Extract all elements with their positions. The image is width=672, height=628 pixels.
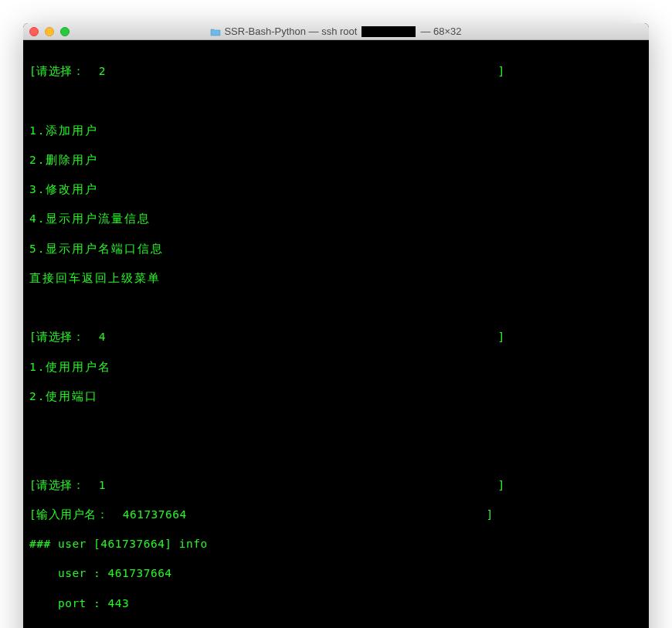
prompt-line: [请选择： 4 ] (29, 330, 643, 345)
title-text-prefix: SSR-Bash-Python — ssh root (224, 25, 357, 37)
terminal-content[interactable]: [请选择： 2 ] 1.添加用户 2.删除用户 3.修改用户 4.显示用户流量信… (23, 40, 649, 628)
menu-item: 4.显示用户流量信息 (29, 212, 643, 226)
menu-item: 1.添加用户 (29, 124, 643, 138)
info-line: user : 461737664 (29, 566, 643, 581)
blank-line (29, 419, 643, 433)
prompt-line: [请选择： 1 ] (29, 478, 643, 493)
input-line: [输入用户名： 461737664 ] (29, 507, 643, 522)
terminal-window: SSR-Bash-Python — ssh root — 68×32 [请选择：… (23, 23, 649, 628)
prompt-line: [请选择： 2 ] (29, 64, 643, 79)
info-header: ### user [461737664] info (29, 537, 643, 552)
menu-item: 直接回车返回上级菜单 (29, 271, 643, 286)
blank-line (29, 448, 643, 463)
menu-item: 1.使用用户名 (29, 360, 643, 375)
window-title: SSR-Bash-Python — ssh root — 68×32 (23, 25, 649, 37)
menu-item: 5.显示用户名端口信息 (29, 242, 643, 256)
redacted-host (361, 26, 416, 37)
menu-item: 2.使用端口 (29, 389, 643, 404)
folder-icon (210, 27, 221, 36)
titlebar: SSR-Bash-Python — ssh root — 68×32 (23, 23, 649, 40)
blank-line (29, 300, 643, 315)
title-text-suffix: — 68×32 (420, 25, 461, 37)
blank-line (29, 93, 643, 108)
menu-item: 2.删除用户 (29, 153, 643, 168)
menu-item: 3.修改用户 (29, 182, 643, 197)
info-line: port : 443 (29, 596, 643, 611)
